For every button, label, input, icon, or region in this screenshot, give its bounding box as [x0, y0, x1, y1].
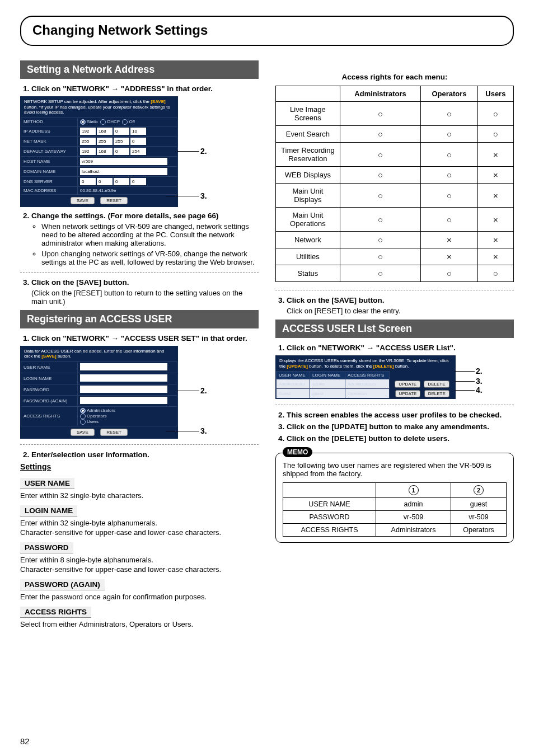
- circled-2: 2: [474, 485, 484, 495]
- step-1-network-address: Click on "NETWORK" → "ADDRESS" in that o…: [31, 84, 259, 93]
- list-step-1: Click on "NETWORK" → "ACCESS USER List".: [287, 344, 514, 352]
- callout-4: 4.: [476, 386, 483, 395]
- divider: [20, 272, 259, 273]
- table-row: Status○○○: [276, 265, 514, 282]
- page-title: Changing Network Settings: [32, 22, 502, 38]
- delete-button[interactable]: DELETE: [424, 390, 449, 397]
- list-step-4: Click on the [DELETE] button to delete u…: [287, 434, 514, 443]
- access-rights-table: Administrators Operators Users Live Imag…: [275, 86, 514, 282]
- screenshot-access-user-list: Displays the ACCESS USERs currently stor…: [275, 355, 514, 399]
- table-row: USER NAMEadminguest: [283, 498, 507, 511]
- circled-1: 1: [409, 485, 419, 495]
- left-column: Setting a Network Address Click on "NETW…: [20, 56, 259, 630]
- table-row: Utilities○××: [276, 248, 514, 265]
- divider: [275, 405, 514, 405]
- field-user-name: USER NAME: [20, 478, 74, 489]
- field-login-name: LOGIN NAME: [20, 505, 77, 516]
- page-number: 82: [20, 736, 30, 746]
- table-row: Main Unit Operations○○×: [276, 208, 514, 232]
- update-button[interactable]: UPDATE: [395, 381, 420, 388]
- table-row: PASSWORDvr-509vr-509: [283, 511, 507, 524]
- table-row: Live Image Screens○○○: [276, 102, 514, 126]
- right-step-3-save: Click on the [SAVE] button. Click on [RE…: [287, 296, 514, 315]
- save-button[interactable]: SAVE: [71, 429, 95, 436]
- callout-3: 3.: [476, 377, 483, 386]
- save-button[interactable]: SAVE: [71, 197, 95, 204]
- memo-box: MEMO The following two user names are re…: [275, 453, 514, 543]
- table-row: Event Search○○○: [276, 126, 514, 143]
- callout-2: 2.: [200, 147, 207, 156]
- callout-2: 2.: [200, 386, 207, 395]
- field-password-again: PASSWORD (AGAIN): [20, 579, 105, 590]
- memo-tag: MEMO: [283, 447, 312, 457]
- field-access-rights: ACCESS RIGHTS: [20, 607, 91, 618]
- delete-button[interactable]: DELETE: [424, 381, 449, 388]
- field-password: PASSWORD: [20, 542, 73, 553]
- page-title-bubble: Changing Network Settings: [20, 16, 514, 46]
- reg-step-1: Click on "NETWORK" → "ACCESS USER SET" i…: [31, 334, 259, 342]
- screenshot-network-setup: NETWORK SETUP can be adjusted. After adj…: [20, 96, 259, 207]
- table-row: Network○××: [276, 232, 514, 248]
- section-registering-access-user: Registering an ACCESS USER: [20, 310, 259, 328]
- table-row: Main Unit Displays○○×: [276, 184, 514, 208]
- table-row: ACCESS RIGHTSAdministratorsOperators: [283, 524, 507, 537]
- memo-text: The following two user names are registe…: [283, 461, 507, 478]
- callout-3: 3.: [200, 426, 207, 435]
- list-step-3: Click on the [UPDATE] button to make any…: [287, 422, 514, 431]
- table-row: WEB Displays○○×: [276, 167, 514, 184]
- list-step-2: This screen enables the access user prof…: [287, 411, 514, 419]
- reset-button[interactable]: RESET: [100, 197, 128, 204]
- reg-step-2: Enter/selection user information.: [31, 450, 259, 459]
- callout-2: 2.: [476, 367, 483, 375]
- section-setting-network-address: Setting a Network Address: [20, 60, 259, 79]
- settings-heading: Settings: [20, 462, 259, 471]
- screenshot-access-user-set: Data for ACCESS USER can be added. Enter…: [20, 346, 259, 439]
- update-button[interactable]: UPDATE: [395, 390, 421, 397]
- divider: [275, 290, 514, 290]
- reset-button[interactable]: RESET: [100, 429, 128, 436]
- factory-defaults-table: 1 2 USER NAMEadminguest PASSWORDvr-509vr…: [283, 482, 507, 537]
- section-access-user-list: ACCESS USER List Screen: [275, 320, 514, 338]
- step-3-save: Click on the [SAVE] button. (Click on th…: [31, 278, 259, 306]
- divider: [20, 444, 259, 445]
- rights-heading: Access rights for each menu:: [275, 73, 514, 81]
- table-row: Timer Recording Reservation○○×: [276, 143, 514, 167]
- callout-3: 3.: [200, 191, 207, 200]
- step-2-change-settings: Change the settings. (For more details, …: [31, 212, 259, 266]
- right-column: Access rights for each menu: Administrat…: [275, 56, 514, 630]
